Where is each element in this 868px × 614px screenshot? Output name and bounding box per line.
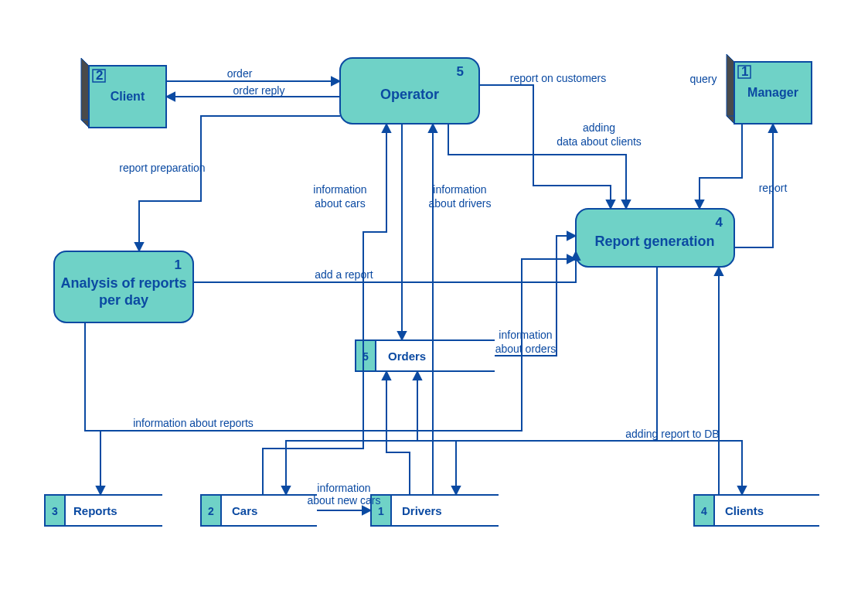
store-orders-label: Orders (388, 350, 426, 363)
flow-info-cars (263, 124, 386, 495)
entity-manager-number: 1 (741, 64, 748, 79)
svg-marker-0 (81, 58, 89, 128)
flow-order-label: order (227, 67, 253, 80)
process-analysis-number: 1 (175, 258, 182, 272)
flow-adding-db-label: adding report to DB (625, 428, 719, 440)
flow-drivers-to-orders (386, 371, 410, 495)
entity-client-label: Client (111, 90, 145, 103)
flow-info-reports-label: information about reports (133, 417, 254, 429)
flow-query-label: query (689, 73, 717, 85)
flow-info-new-cars-label-0: information (317, 482, 370, 494)
flow-info-cars-label-1: about cars (315, 197, 365, 210)
flow-info-new-cars-label-1: about new cars (308, 494, 381, 507)
flow-add-report-label: add a report (315, 268, 373, 281)
flow-report-label: report (759, 182, 788, 194)
flow-adding-data-clients-label-1: data about clients (557, 135, 642, 148)
store-cars: 2 Cars (201, 495, 317, 526)
store-reports: 3 Reports (45, 495, 162, 526)
flow-report-preparation (139, 116, 340, 251)
flow-info-orders-label-1: about orders (495, 343, 557, 355)
process-reportgen-number: 4 (716, 215, 723, 230)
process-operator-label: Operator (380, 87, 439, 102)
store-reports-label: Reports (73, 504, 117, 517)
store-clients-label: Clients (725, 504, 764, 517)
process-analysis-label-0: Analysis of reports (60, 275, 186, 291)
store-drivers-label: Drivers (402, 504, 442, 517)
entity-manager: 1 Manager (727, 54, 812, 124)
flow-adding-data-clients-label-0: adding (583, 121, 615, 134)
flow-adding-db-drivers (456, 441, 657, 495)
process-report-generation: 4 Report generation (576, 209, 734, 267)
process-analysis-label-1: per day (99, 292, 148, 308)
process-operator: 5 Operator (340, 58, 479, 124)
store-orders: 5 Orders (356, 340, 495, 371)
flow-query (700, 124, 742, 209)
flow-info-drivers-label-1: about drivers (429, 197, 492, 210)
flow-report-preparation-label: report preparation (119, 162, 205, 174)
store-cars-label: Cars (232, 504, 257, 517)
flow-report-on-customers-label: report on customers (510, 72, 607, 84)
flow-info-drivers-label-0: information (433, 183, 486, 196)
flow-order-reply-label: order reply (233, 84, 285, 97)
entity-client: 2 Client (81, 58, 166, 128)
process-operator-number: 5 (457, 64, 464, 79)
entity-client-number: 2 (96, 68, 103, 83)
store-clients-number: 4 (701, 505, 707, 517)
process-reportgen-label: Report generation (594, 234, 714, 249)
flow-info-cars-label-0: information (313, 183, 366, 196)
store-cars-number: 2 (208, 505, 214, 517)
entity-manager-label: Manager (747, 86, 798, 99)
store-clients: 4 Clients (694, 495, 819, 526)
store-reports-number: 3 (52, 505, 58, 517)
process-analysis: 1 Analysis of reports per day (54, 251, 193, 322)
flow-add-report (193, 251, 576, 282)
svg-marker-4 (727, 54, 734, 124)
flow-info-orders-label-0: information (499, 329, 552, 341)
store-drivers: 1 Drivers (371, 495, 499, 526)
store-drivers-number: 1 (378, 505, 384, 517)
flow-adding-db-clients (657, 267, 742, 495)
